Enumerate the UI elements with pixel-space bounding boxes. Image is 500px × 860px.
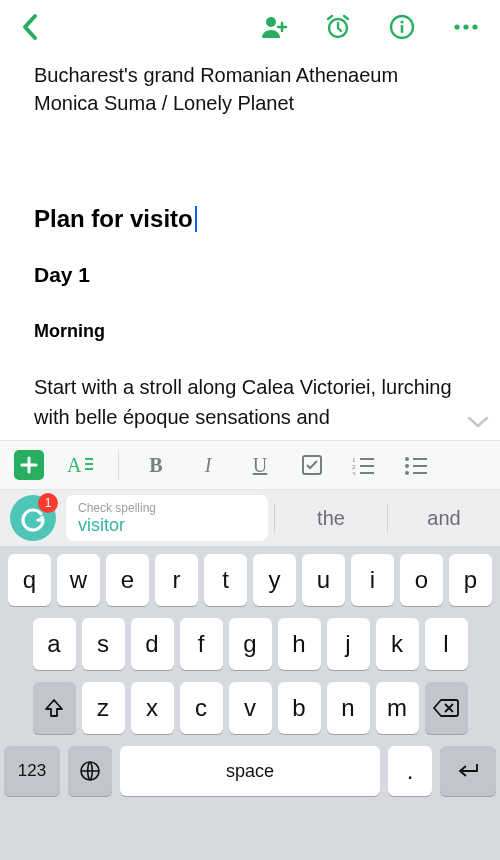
suggestion-alt[interactable]: the (281, 507, 381, 530)
note-subheading: Day 1 (34, 263, 466, 287)
key-p[interactable]: p (449, 554, 492, 606)
key-h[interactable]: h (278, 618, 321, 670)
key-d[interactable]: d (131, 618, 174, 670)
note-text: Bucharest's grand Romanian Athenaeum (34, 62, 466, 88)
chevron-down-icon[interactable] (466, 414, 490, 430)
info-icon[interactable] (388, 13, 416, 41)
grammarly-badge: 1 (38, 493, 58, 513)
keyboard-row: a s d f g h j k l (4, 618, 496, 670)
key-s[interactable]: s (82, 618, 125, 670)
key-v[interactable]: v (229, 682, 272, 734)
key-z[interactable]: z (82, 682, 125, 734)
key-r[interactable]: r (155, 554, 198, 606)
keyboard-row: 123 space . (4, 746, 496, 796)
svg-rect-4 (401, 25, 404, 33)
suggestion-alt[interactable]: and (394, 507, 494, 530)
key-y[interactable]: y (253, 554, 296, 606)
note-text: Monica Suma / Lonely Planet (34, 92, 466, 115)
key-j[interactable]: j (327, 618, 370, 670)
suggestion-divider (274, 503, 275, 533)
numbers-key[interactable]: 123 (4, 746, 60, 796)
svg-text:A: A (67, 454, 82, 476)
heading-text: Plan for visito (34, 205, 193, 233)
add-attachment-button[interactable] (14, 450, 44, 480)
note-subsubheading: Morning (34, 321, 466, 342)
svg-text:3: 3 (352, 470, 356, 475)
globe-key[interactable] (68, 746, 112, 796)
backspace-key[interactable] (425, 682, 468, 734)
key-m[interactable]: m (376, 682, 419, 734)
key-o[interactable]: o (400, 554, 443, 606)
bullet-list-button[interactable] (401, 450, 431, 480)
add-user-icon[interactable] (260, 13, 288, 41)
key-c[interactable]: c (180, 682, 223, 734)
svg-point-7 (472, 24, 477, 29)
return-key[interactable] (440, 746, 496, 796)
key-b[interactable]: b (278, 682, 321, 734)
toolbar-divider (118, 451, 119, 479)
italic-button[interactable]: I (193, 450, 223, 480)
note-paragraph: Start with a stroll along Calea Victorie… (34, 372, 466, 432)
numbered-list-button[interactable]: 123 (349, 450, 379, 480)
svg-point-0 (266, 17, 276, 27)
key-u[interactable]: u (302, 554, 345, 606)
note-heading-editing[interactable]: Plan for visito (34, 205, 466, 233)
key-w[interactable]: w (57, 554, 100, 606)
period-key[interactable]: . (388, 746, 432, 796)
svg-point-5 (454, 24, 459, 29)
key-l[interactable]: l (425, 618, 468, 670)
keyboard-row: q w e r t y u i o p (4, 554, 496, 606)
key-n[interactable]: n (327, 682, 370, 734)
back-button[interactable] (12, 9, 48, 45)
text-cursor (195, 206, 197, 232)
key-q[interactable]: q (8, 554, 51, 606)
more-icon[interactable] (452, 13, 480, 41)
note-body[interactable]: Bucharest's grand Romanian Athenaeum Mon… (0, 54, 500, 440)
key-i[interactable]: i (351, 554, 394, 606)
key-a[interactable]: a (33, 618, 76, 670)
svg-point-3 (400, 20, 403, 23)
keyboard-row: z x c v b n m (4, 682, 496, 734)
checkbox-button[interactable] (297, 450, 327, 480)
key-f[interactable]: f (180, 618, 223, 670)
svg-point-14 (405, 464, 409, 468)
key-t[interactable]: t (204, 554, 247, 606)
svg-point-15 (405, 471, 409, 475)
suggestion-label: Check spelling (78, 501, 256, 515)
suggestion-bar: 1 Check spelling visitor the and (0, 490, 500, 546)
grammarly-button[interactable]: 1 (10, 495, 56, 541)
space-key[interactable]: space (120, 746, 380, 796)
bold-button[interactable]: B (141, 450, 171, 480)
spelling-suggestion[interactable]: Check spelling visitor (66, 495, 268, 541)
key-x[interactable]: x (131, 682, 174, 734)
text-style-button[interactable]: A (66, 450, 96, 480)
suggestion-divider (387, 503, 388, 533)
key-k[interactable]: k (376, 618, 419, 670)
svg-point-13 (405, 457, 409, 461)
suggestion-word: visitor (78, 515, 256, 536)
underline-button[interactable]: U (245, 450, 275, 480)
reminder-icon[interactable] (324, 13, 352, 41)
shift-key[interactable] (33, 682, 76, 734)
format-toolbar: A B I U 123 (0, 440, 500, 490)
key-g[interactable]: g (229, 618, 272, 670)
svg-point-6 (463, 24, 468, 29)
keyboard: q w e r t y u i o p a s d f g h j k l z … (0, 546, 500, 860)
top-toolbar (0, 0, 500, 54)
key-e[interactable]: e (106, 554, 149, 606)
